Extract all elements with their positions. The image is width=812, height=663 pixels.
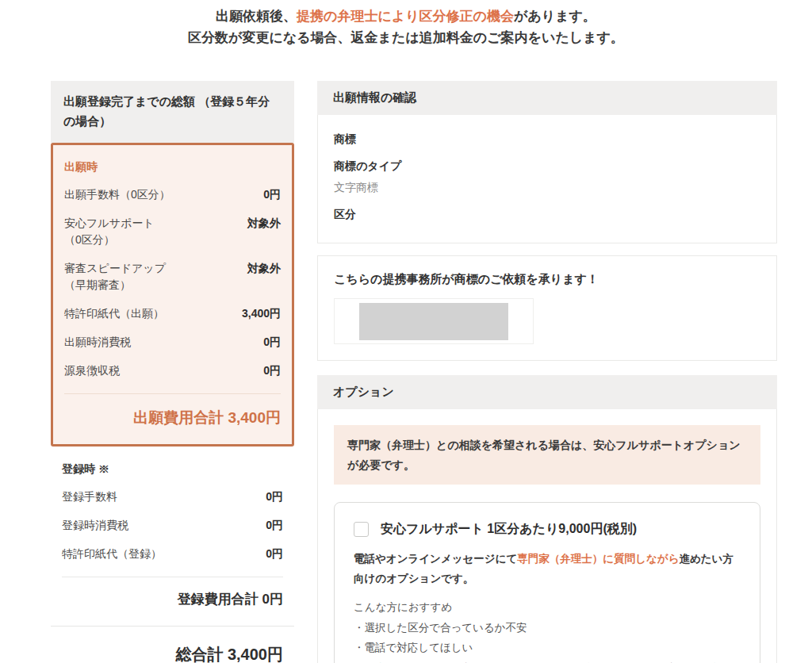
full-support-checkbox[interactable] — [354, 522, 369, 537]
price-row-value: 0円 — [263, 186, 281, 203]
grand-total: 総合計 3,400円 — [51, 627, 294, 663]
field-label: 区分 — [334, 208, 760, 222]
price-row: 特許印紙代（登録） 0円 — [62, 546, 283, 562]
price-row-value: 0円 — [263, 334, 281, 351]
registration-cost-section: 登録時 ※ 登録手数料 0円 登録時消費税 0円 特許印紙代（登録） 0円 登録… — [51, 446, 294, 608]
price-row-value: 0円 — [263, 362, 281, 379]
price-row-label: 出願手数料（0区分） — [64, 186, 170, 203]
banner-line2: 区分数が変更になる場合、返金または追加料金のご案内をいたします。 — [0, 27, 812, 48]
field-classification: 区分 — [334, 208, 760, 222]
price-row-value: 対象外 — [247, 260, 281, 277]
banner-line1: 出願依頼後、提携の弁理士により区分修正の機会があります。 — [0, 6, 812, 27]
registration-total-amount: 0円 — [262, 592, 283, 607]
price-row-label: 登録手数料 — [62, 489, 117, 505]
grand-total-label: 総合計 — [175, 646, 223, 663]
price-row: 特許印紙代（出願） 3,400円 — [64, 305, 281, 322]
price-row-value: 0円 — [266, 546, 283, 562]
partner-office-title: こちらの提携事務所が商標のご依頼を承ります！ — [334, 272, 760, 287]
main-panel: 出願情報の確認 商標 商標のタイプ 文字商標 区分 こちらの提携事務所が商標のご… — [317, 81, 777, 663]
price-row-label: 審査スピードアップ （早期審査） — [64, 260, 166, 293]
application-info-body: 商標 商標のタイプ 文字商標 区分 — [317, 115, 777, 243]
options-header: オプション — [317, 375, 777, 409]
recommend-bullet-list: ・選択した区分で合っているか不安 ・電話で対応してほしい ・検索結果で「類似の商… — [354, 618, 741, 663]
price-row-value: 対象外 — [247, 215, 281, 232]
price-row-value: 0円 — [266, 517, 283, 534]
grand-total-amount: 3,400円 — [228, 646, 283, 663]
price-row-label: 登録時消費税 — [62, 517, 128, 534]
field-trademark: 商標 — [334, 132, 760, 147]
options-body: 専門家（弁理士）との相談を希望される場合は、安心フルサポートオプションが必要です… — [317, 409, 777, 663]
recommend-bullet: ・選択した区分で合っているか不安 — [354, 618, 741, 638]
registration-total-label: 登録費用合計 — [178, 592, 259, 607]
options-notice: 専門家（弁理士）との相談を希望される場合は、安心フルサポートオプションが必要です… — [334, 425, 760, 485]
price-summary-sidebar: 出願登録完了までの総額 （登録５年分の場合） 出願時 出願手数料（0区分） 0円… — [51, 81, 294, 663]
registration-total: 登録費用合計 0円 — [62, 577, 283, 608]
price-row-label: 安心フルサポート （0区分） — [64, 215, 155, 248]
application-section-label: 出願時 — [64, 160, 281, 174]
application-info-card: 出願情報の確認 商標 商標のタイプ 文字商標 区分 — [317, 81, 777, 243]
price-row-value: 0円 — [266, 489, 283, 505]
price-row-label: 出願時消費税 — [64, 334, 131, 351]
field-label: 商標 — [334, 132, 760, 147]
banner-line1-pre: 出願依頼後、 — [216, 9, 297, 24]
price-row: 登録手数料 0円 — [62, 489, 283, 505]
partner-logo-frame — [334, 298, 534, 344]
application-total-amount: 3,400円 — [228, 409, 281, 426]
price-row: 審査スピードアップ （早期審査） 対象外 — [64, 260, 281, 293]
price-row: 出願手数料（0区分） 0円 — [64, 186, 281, 203]
full-support-title: 安心フルサポート 1区分あたり9,000円(税別) — [381, 521, 637, 538]
desc-pre: 電話やオンラインメッセージにて — [354, 553, 517, 565]
field-trademark-type: 商標のタイプ 文字商標 — [334, 159, 760, 195]
recommend-title: こんな方におすすめ — [354, 597, 741, 618]
options-card: オプション 専門家（弁理士）との相談を希望される場合は、安心フルサポートオプショ… — [317, 375, 777, 663]
application-cost-box: 出願時 出願手数料（0区分） 0円 安心フルサポート （0区分） 対象外 審査ス… — [51, 143, 294, 446]
full-support-option: 安心フルサポート 1区分あたり9,000円(税別) 電話やオンラインメッセージに… — [334, 502, 760, 663]
registration-section-label: 登録時 ※ — [62, 462, 283, 477]
notice-banner: 出願依頼後、提携の弁理士により区分修正の機会があります。 区分数が変更になる場合… — [0, 0, 812, 48]
price-row: 登録時消費税 0円 — [62, 517, 283, 534]
application-total: 出願費用合計 3,400円 — [64, 393, 281, 428]
price-row-label: 源泉徴収税 — [64, 362, 120, 379]
recommend-bullet: ・電話で対応してほしい — [354, 638, 741, 658]
full-support-title-row: 安心フルサポート 1区分あたり9,000円(税別) — [354, 521, 741, 538]
price-row: 源泉徴収税 0円 — [64, 362, 281, 379]
field-label: 商標のタイプ — [334, 159, 760, 174]
price-row-label: 特許印紙代（登録） — [62, 546, 162, 562]
partner-logo-placeholder — [359, 303, 508, 340]
partner-office-card: こちらの提携事務所が商標のご依頼を承ります！ — [317, 255, 777, 361]
banner-line1-highlight: 提携の弁理士により区分修正の機会 — [297, 9, 514, 24]
desc-highlight: 専門家（弁理士）に質問しながら — [517, 553, 679, 565]
application-info-header: 出願情報の確認 — [317, 81, 777, 115]
application-total-label: 出願費用合計 — [133, 409, 224, 426]
recommend-bullet: ・検索結果で「類似の商標あり」が出たため、登録可能性や他の商標への変更について相… — [354, 658, 741, 663]
main-content: 出願登録完了までの総額 （登録５年分の場合） 出願時 出願手数料（0区分） 0円… — [51, 81, 777, 663]
price-summary-title: 出願登録完了までの総額 （登録５年分の場合） — [51, 81, 294, 143]
price-row: 安心フルサポート （0区分） 対象外 — [64, 215, 281, 248]
price-row: 出願時消費税 0円 — [64, 334, 281, 351]
field-value: 文字商標 — [334, 181, 760, 195]
price-row-value: 3,400円 — [242, 305, 281, 322]
banner-line1-post: があります。 — [514, 9, 596, 24]
full-support-description: 電話やオンラインメッセージにて専門家（弁理士）に質問しながら進めたい方向けのオプ… — [354, 550, 741, 588]
price-row-label: 特許印紙代（出願） — [64, 305, 164, 322]
